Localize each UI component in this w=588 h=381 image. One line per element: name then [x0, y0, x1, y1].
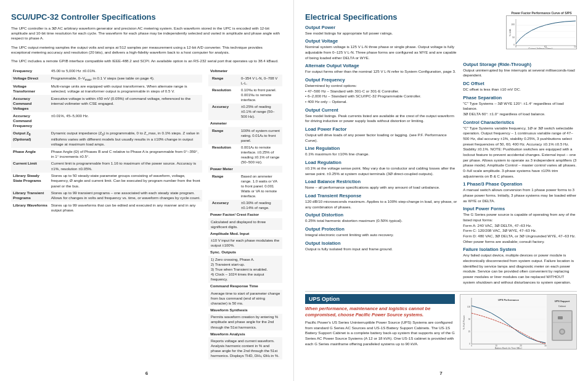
page-right: Power Factor Performance Curve of S/PS %… [294, 0, 588, 381]
right-specs-table: Voltmeter Range 0–354 V L-N, 0–708 V L-L… [208, 68, 282, 359]
elec-line-reg: Line Regulation 0.1% maximum for ±10% li… [305, 145, 459, 157]
pf-chart-container: Power Factor Performance Curve of S/PS %… [506, 11, 577, 50]
svg-rect-36 [558, 316, 563, 319]
elec-protection: Output Protection Integral electronic cu… [305, 226, 459, 238]
elec-output-power: Output Power See model listings for appr… [305, 25, 459, 36]
elec-control-chars: Control Characteristics "C" Type Systems… [463, 120, 577, 179]
table-row: Amplitude Mod. Input [208, 230, 282, 237]
ups-body: Pacific Power's US Series Uninterruptibl… [305, 320, 455, 346]
table-row: Calculated and displayed to three signif… [208, 218, 282, 230]
table-row: Reports voltage and current waveform. An… [208, 337, 282, 359]
elec-output-current: Output Current See model listings. Peak … [305, 107, 459, 124]
left-specs-right: Voltmeter Range 0–354 V L-N, 0–708 V L-L… [208, 68, 282, 359]
table-row: Range 0–354 V L-N, 0–708 V L-L. [208, 75, 282, 86]
table-row: Output Z0(Optional) Dynamic output imped… [11, 129, 202, 148]
svg-rect-34 [553, 311, 571, 340]
elec-distortion: Output Distortion 0.25% total harmonic d… [305, 212, 459, 224]
elec-input-power: Input Power Forms The G Series power sou… [463, 206, 577, 244]
elec-load-balance: Load Balance Restriction None – all perf… [305, 179, 459, 190]
svg-text:50: 50 [512, 36, 515, 39]
table-row: Sync. Outputs [208, 249, 282, 256]
svg-text:0: 0 [513, 44, 515, 46]
svg-text:UPS Performance: UPS Performance [498, 298, 520, 301]
elec-right-col: Output Storage (Ride-Through) Output uni… [463, 25, 577, 288]
elec-storage: Output Storage (Ride-Through) Output uni… [463, 62, 577, 78]
svg-point-38 [560, 330, 564, 334]
table-row: Current Limit Current limit is programma… [11, 160, 202, 173]
table-row: Accuracy ±0.25% of reading ±0.1% of rang… [208, 104, 282, 120]
table-row: AccuracyCommandVoltages Executive voltag… [11, 95, 202, 112]
left-page-number: 6 [145, 371, 148, 376]
elec-dc-offset: DC Offset DC offset is less than ±10 mV … [463, 81, 577, 92]
svg-text:63: 63 [544, 46, 547, 48]
elec-alt-voltage: Alternate Output Voltage For output form… [305, 63, 459, 75]
svg-text:Cabinet: Cabinet [558, 305, 566, 308]
elec-load-pf: Load Power Factor Output will drive load… [305, 126, 459, 143]
svg-text:% Full Power: % Full Power [462, 315, 465, 330]
pf-chart: % kVA Output Voltage (Vrms) 0 50 100 0 6… [506, 15, 577, 49]
svg-text:0: 0 [515, 46, 517, 48]
table-row: Voltage Direct Programmable, 0–Vmax, in … [11, 75, 202, 83]
elec-specs-container: Output Power See model listings for appr… [305, 25, 577, 288]
table-row: Average time to start of parameter chang… [208, 290, 282, 306]
table-row: Library Waveforms Stores up to 99 wavefo… [11, 202, 202, 214]
elec-load-reg: Load Regulation ±0.1% at the voltage sen… [305, 160, 459, 176]
elec-phase-sep: Phase Separation "C" Type Systems – 3Ø W… [463, 95, 577, 117]
svg-text:50: 50 [468, 318, 471, 321]
elec-failure-iso: Failure Isolation System Any failed outp… [463, 247, 577, 285]
table-row: Power Factor/ Crest Factor [208, 211, 282, 218]
svg-text:20: 20 [520, 345, 522, 347]
svg-text:125: 125 [574, 46, 577, 48]
ups-header: UPS Option [305, 294, 455, 304]
table-row: Command Response Time [208, 283, 282, 290]
ups-chart-area: % Full Power Battery Back-Up Time (Min.)… [460, 294, 577, 350]
table-row: AccuracyCommandFrequency ±0.01%, 45–5,00… [11, 112, 202, 129]
table-row: Ammeter [208, 120, 282, 127]
svg-text:Output Voltage (Vrms): Output Voltage (Vrms) [528, 47, 553, 49]
svg-text:100: 100 [511, 23, 515, 26]
table-row: Accuracy ±0.30% of reading ±0.14% of ran… [208, 200, 282, 211]
page-left: SCU/UPC-32 Controller Specifications The… [0, 0, 294, 381]
svg-text:Battery Back-Up Time (Min.): Battery Back-Up Time (Min.) [495, 347, 522, 350]
table-row: Library TransientPrograms Stores up to 9… [11, 190, 202, 202]
table-row: Power Meter [208, 166, 282, 173]
ups-subtitle: When performance, maintenance and logist… [305, 306, 455, 318]
ups-chart-svg: % Full Power Battery Back-Up Time (Min.)… [460, 294, 577, 350]
table-row: Permits waveform creation by entering % … [208, 314, 282, 330]
elec-isolation: Output Isolation Output is fully isolate… [305, 240, 459, 252]
table-row: Resolution 0.10%₀ to front panel. 0.001%… [208, 86, 282, 103]
table-row: Voltmeter [208, 68, 282, 75]
right-page-number: 7 [439, 371, 442, 376]
left-intro: The UPC controller is a 3Ø AC arbitrary … [11, 26, 282, 41]
elec-left-col: Output Power See model listings for appr… [305, 25, 459, 288]
table-row: Range Based on ammeter range. 1.0 watts … [208, 173, 282, 199]
ups-option-section: UPS Option When performance, maintenance… [305, 291, 577, 350]
svg-rect-13 [460, 295, 547, 350]
svg-text:30: 30 [544, 345, 547, 347]
table-row: Library SteadyState Programs Stores up t… [11, 173, 202, 190]
left-page-title: SCU/UPC-32 Controller Specifications [11, 12, 282, 22]
elec-1ph-3ph: 1 Phase/3 Phase Operation A manual switc… [463, 181, 577, 203]
table-row: ±10 V input for each phase modulates the… [208, 237, 282, 249]
left-intro-3: The UPC includes a remote GPIB interface… [11, 59, 282, 63]
pf-chart-title: Power Factor Performance Curve of S/PS [506, 11, 577, 15]
left-specs-main: Frequency 45.00 to 5,000 Hz ±0.01%. Volt… [11, 68, 202, 359]
table-row: Phase Angle Phase Angle (Θ) of Phases B … [11, 148, 202, 160]
specs-table: Frequency 45.00 to 5,000 Hz ±0.01%. Volt… [11, 68, 202, 214]
svg-text:% kVA: % kVA [508, 29, 512, 36]
left-intro-2: The UPC output metering samples the outp… [11, 45, 282, 55]
elec-load-transient: Load Transient Response 120 dB/10 micros… [305, 193, 459, 210]
table-row: 1) Zero crossing, Phase A.2) Transient s… [208, 256, 282, 282]
elec-output-voltage: Output Voltage Nominal system voltage is… [305, 38, 459, 60]
table-row: Range 100% of system current rating. 0.0… [208, 127, 282, 144]
svg-text:UPS Support: UPS Support [555, 300, 570, 303]
table-row: Waveform Synthesis [208, 306, 282, 313]
table-row: Frequency 45.00 to 5,000 Hz ±0.01%. [11, 68, 202, 75]
ups-text-area: UPS Option When performance, maintenance… [305, 294, 455, 349]
table-row: Waveform Analysis [208, 330, 282, 337]
table-row: VoltageTransformer Multi-range units are… [11, 83, 202, 95]
table-row: Resolution 0.001A₀ to remote interface. … [208, 144, 282, 166]
svg-text:10: 10 [495, 345, 497, 347]
svg-text:100: 100 [467, 306, 470, 308]
section-divider [305, 291, 577, 292]
